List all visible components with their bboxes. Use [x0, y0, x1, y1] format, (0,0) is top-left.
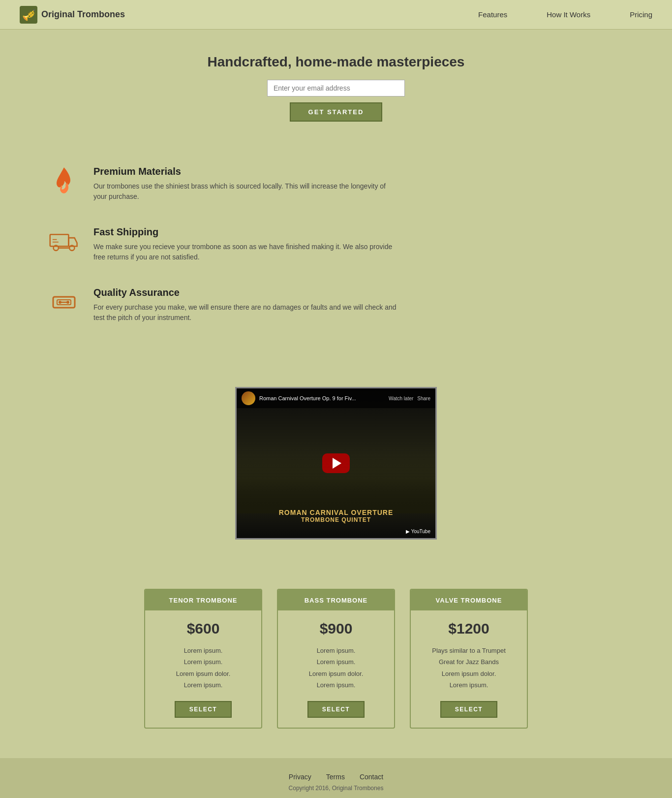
nav-link-features[interactable]: Features	[478, 10, 507, 19]
bass-header: BASS TROMBONE	[278, 590, 394, 610]
footer-contact-link[interactable]: Contact	[360, 773, 383, 781]
svg-text:🎺: 🎺	[22, 8, 36, 22]
video-top-right: Watch later Share	[389, 396, 430, 401]
bass-feature-2: Lorem ipsum.	[286, 656, 386, 668]
feature-shipping-heading: Fast Shipping	[93, 226, 398, 238]
feature-shipping-text: Fast Shipping We make sure you recieve y…	[93, 226, 398, 262]
footer-copyright: Copyright 2016, Original Trombones	[10, 785, 662, 792]
bass-select-button[interactable]: SELECT	[307, 701, 365, 718]
video-title: Roman Carnival Overture Op. 9 for Fiv...	[259, 395, 356, 402]
footer-privacy-link[interactable]: Privacy	[289, 773, 311, 781]
video-background: Roman Carnival Overture Op. 9 for Fiv...…	[237, 388, 435, 538]
navbar: 🎺 Original Trombones Features How It Wor…	[0, 0, 672, 30]
bass-feature-4: Lorem ipsum.	[286, 679, 386, 691]
pricing-card-tenor: TENOR TROMBONE $600 Lorem ipsum. Lorem i…	[144, 589, 262, 729]
feature-quality-heading: Quality Assurance	[93, 287, 398, 298]
valve-features: Plays similar to a Trumpet Great for Jaz…	[419, 645, 519, 691]
video-bottom-line2: TROMBONE QUINTET	[237, 516, 435, 523]
pricing-card-valve: VALVE TROMBONE $1200 Plays similar to a …	[410, 589, 528, 729]
truck-icon	[49, 226, 79, 256]
tenor-select-button[interactable]: SELECT	[175, 701, 232, 718]
video-top-left: Roman Carnival Overture Op. 9 for Fiv...	[242, 391, 356, 405]
feature-quality-description: For every purchase you make, we will ens…	[93, 302, 398, 323]
brand-name: Original Trombones	[41, 9, 125, 20]
feature-premium-text: Premium Materials Our trombones use the …	[93, 166, 398, 202]
youtube-logo: ▶ YouTube	[406, 529, 430, 534]
tenor-feature-2: Lorem ipsum.	[153, 656, 253, 668]
feature-premium-materials: Premium Materials Our trombones use the …	[49, 166, 623, 202]
footer-terms-link[interactable]: Terms	[326, 773, 345, 781]
features-section: Premium Materials Our trombones use the …	[0, 151, 672, 377]
footer-links: Privacy Terms Contact	[10, 773, 662, 781]
valve-body: $1200 Plays similar to a Trumpet Great f…	[411, 610, 527, 728]
watch-later-button[interactable]: Watch later	[389, 396, 413, 401]
nav-link-how-it-works[interactable]: How It Works	[547, 10, 590, 19]
valve-select-button[interactable]: SELECT	[440, 701, 497, 718]
feature-quality-assurance: Quality Assurance For every purchase you…	[49, 287, 623, 323]
valve-price: $1200	[419, 620, 519, 637]
shield-icon	[49, 287, 79, 317]
video-play-button[interactable]	[322, 453, 350, 473]
brand-logo-icon: 🎺	[20, 6, 37, 24]
valve-feature-4: Lorem ipsum.	[419, 679, 519, 691]
svg-rect-2	[50, 234, 69, 246]
get-started-button[interactable]: GET STARTED	[290, 102, 383, 122]
valve-name: VALVE TROMBONE	[436, 597, 502, 604]
tenor-body: $600 Lorem ipsum. Lorem ipsum. Lorem ips…	[145, 610, 261, 728]
tenor-features: Lorem ipsum. Lorem ipsum. Lorem ipsum do…	[153, 645, 253, 691]
valve-feature-1: Plays similar to a Trumpet	[419, 645, 519, 656]
valve-feature-2: Great for Jazz Bands	[419, 656, 519, 668]
nav-links: Features How It Works Pricing	[478, 10, 652, 19]
bass-name: BASS TROMBONE	[305, 597, 368, 604]
feature-fast-shipping: Fast Shipping We make sure you recieve y…	[49, 226, 623, 262]
pricing-section: TENOR TROMBONE $600 Lorem ipsum. Lorem i…	[0, 569, 672, 758]
email-input[interactable]	[267, 80, 405, 96]
tenor-feature-1: Lorem ipsum.	[153, 645, 253, 656]
video-player[interactable]: Roman Carnival Overture Op. 9 for Fiv...…	[235, 387, 437, 540]
tenor-price: $600	[153, 620, 253, 637]
hero-section: Handcrafted, home-made masterpieces GET …	[0, 30, 672, 151]
tenor-header: TENOR TROMBONE	[145, 590, 261, 610]
video-section: Roman Carnival Overture Op. 9 for Fiv...…	[0, 377, 672, 569]
feature-quality-text: Quality Assurance For every purchase you…	[93, 287, 398, 323]
video-bottom-line1: ROMAN CARNIVAL OVERTURE	[237, 509, 435, 516]
feature-shipping-description: We make sure you recieve your trombone a…	[93, 242, 398, 262]
flame-icon	[49, 166, 79, 195]
bass-feature-1: Lorem ipsum.	[286, 645, 386, 656]
bass-features: Lorem ipsum. Lorem ipsum. Lorem ipsum do…	[286, 645, 386, 691]
bass-feature-3: Lorem ipsum dolor.	[286, 668, 386, 679]
pricing-card-bass: BASS TROMBONE $900 Lorem ipsum. Lorem ip…	[277, 589, 395, 729]
bass-price: $900	[286, 620, 386, 637]
hero-title: Handcrafted, home-made masterpieces	[10, 54, 662, 70]
nav-link-pricing[interactable]: Pricing	[630, 10, 652, 19]
brand[interactable]: 🎺 Original Trombones	[20, 6, 125, 24]
svg-point-11	[59, 301, 61, 304]
feature-premium-heading: Premium Materials	[93, 166, 398, 177]
feature-premium-description: Our trombones use the shiniest brass whi…	[93, 181, 398, 202]
footer: Privacy Terms Contact Copyright 2016, Or…	[0, 758, 672, 798]
svg-point-12	[66, 301, 69, 304]
tenor-feature-4: Lorem ipsum.	[153, 679, 253, 691]
video-bottom-text: ROMAN CARNIVAL OVERTURE TROMBONE QUINTET	[237, 509, 435, 523]
tenor-name: TENOR TROMBONE	[169, 597, 238, 604]
share-button[interactable]: Share	[417, 396, 430, 401]
bass-body: $900 Lorem ipsum. Lorem ipsum. Lorem ips…	[278, 610, 394, 728]
video-top-bar: Roman Carnival Overture Op. 9 for Fiv...…	[237, 388, 435, 408]
channel-icon	[242, 391, 255, 405]
valve-feature-3: Lorem ipsum dolor.	[419, 668, 519, 679]
tenor-feature-3: Lorem ipsum dolor.	[153, 668, 253, 679]
valve-header: VALVE TROMBONE	[411, 590, 527, 610]
